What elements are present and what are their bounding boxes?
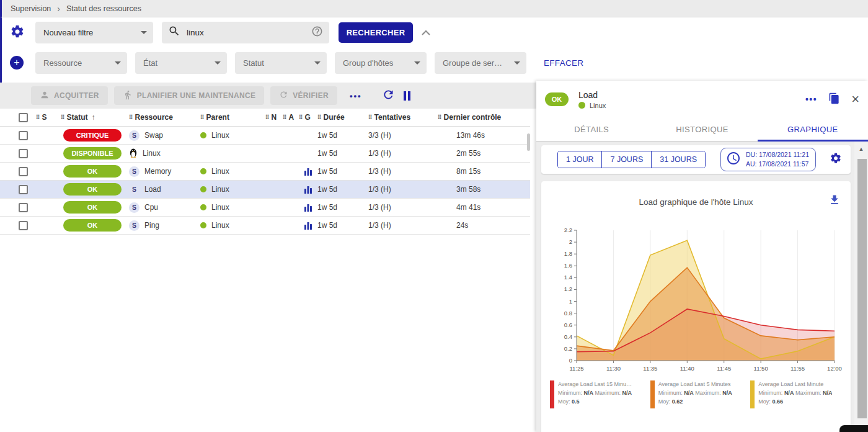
status-badge[interactable]: OK	[63, 165, 122, 178]
legend-item[interactable]: Average Load Last 15 Minu… Minimum: N/A …	[550, 380, 644, 408]
parent-name[interactable]: Linux	[211, 131, 229, 140]
row-checkbox[interactable]	[19, 203, 28, 212]
filter-criteria-select[interactable]: Ressource	[35, 52, 127, 74]
table-row[interactable]: DISPONIBLE S Linux 1w 5d 1/3 (H) 2m 55s	[0, 145, 530, 163]
status-badge[interactable]: OK	[63, 183, 122, 196]
search-button[interactable]: RECHERCHER	[339, 22, 413, 43]
time-range-buttons: 1 JOUR 7 JOURS 31 JOURS	[557, 151, 706, 168]
custom-date-range[interactable]: DU: 17/08/2021 11:21 AU: 17/08/2021 11:5…	[720, 148, 816, 171]
bar-chart-icon[interactable]	[299, 185, 317, 194]
time-7-days-button[interactable]: 7 JOURS	[602, 151, 652, 168]
bar-chart-icon[interactable]	[299, 167, 317, 176]
legend-item[interactable]: Average Load Last Minute Minimum: N/A Ma…	[750, 380, 844, 408]
row-checkbox[interactable]	[19, 185, 28, 194]
resource-name[interactable]: Ping	[144, 221, 159, 230]
bar-chart-icon[interactable]	[299, 203, 317, 212]
tab-details[interactable]: DÉTAILS	[536, 118, 647, 141]
breadcrumb-item-supervision[interactable]: Supervision	[11, 4, 51, 13]
search-input[interactable]	[187, 28, 311, 37]
collapse-filters-button[interactable]	[422, 27, 430, 38]
select-all-checkbox[interactable]	[19, 113, 28, 122]
table-row[interactable]: OK S Cpu Linux 1w 5d 1/3 (H) 4m 41s	[0, 199, 530, 217]
column-header-status[interactable]: ⠿Statut↑	[61, 113, 129, 122]
row-checkbox[interactable]	[19, 221, 28, 230]
clear-filters-button[interactable]: EFFACER	[544, 58, 583, 68]
column-header-parent[interactable]: ⠿Parent	[200, 113, 265, 122]
drag-handle-icon: ⠿	[61, 114, 64, 120]
help-icon[interactable]	[311, 25, 323, 40]
column-header-duration[interactable]: ⠿Durée	[317, 113, 368, 122]
column-header-notes[interactable]: ⠿N	[265, 113, 283, 122]
resource-name[interactable]: Cpu	[144, 203, 158, 212]
filter-criteria-select[interactable]: Statut	[235, 52, 327, 74]
column-header-tries[interactable]: ⠿Tentatives	[368, 113, 438, 122]
filter-settings-button[interactable]	[10, 24, 25, 41]
panel-more-button[interactable]: •••	[805, 94, 817, 104]
table-row[interactable]: CRITIQUE S Swap Linux 1w 5d 3/3 (H) 13m …	[0, 127, 530, 145]
add-criteria-button[interactable]: +	[10, 56, 24, 70]
last-check-value: 8m 15s	[438, 167, 525, 176]
parent-name[interactable]: Linux	[211, 185, 229, 194]
resource-name[interactable]: Load	[144, 185, 161, 194]
status-badge[interactable]: OK	[63, 201, 122, 214]
load-area-chart[interactable]: 00.20.40.60.811.21.41.61.822.211:2511:30…	[549, 223, 843, 379]
table-row[interactable]: OK S Ping Linux 1w 5d 1/3 (H) 24s	[0, 217, 530, 235]
chevron-down-icon	[115, 61, 121, 65]
legend-item[interactable]: Average Load Last 5 Minutes Minimum: N/A…	[650, 380, 745, 408]
graph-settings-gear-icon[interactable]	[830, 152, 842, 167]
check-label: VÉRIFIER	[293, 91, 329, 100]
parent-name[interactable]: Linux	[211, 203, 229, 212]
panel-host-name[interactable]: Linux	[590, 102, 606, 109]
filter-criteria-select[interactable]: Group d'hôtes	[335, 52, 427, 74]
scroll-up-arrow-icon[interactable]: ▲	[854, 142, 868, 152]
row-checkbox[interactable]	[19, 149, 28, 158]
table-scrollbar-thumb[interactable]	[527, 133, 530, 151]
close-icon[interactable]: ×	[851, 94, 859, 105]
download-icon[interactable]	[828, 194, 841, 209]
column-header-ack[interactable]: ⠿A	[283, 113, 299, 122]
resource-name[interactable]: Linux	[143, 149, 161, 158]
filter-criteria-select[interactable]: Groupe de ser…	[435, 52, 526, 74]
column-header-resource[interactable]: ⠿Ressource	[129, 113, 200, 122]
time-1-day-button[interactable]: 1 JOUR	[558, 151, 602, 168]
parent-name[interactable]: Linux	[211, 167, 229, 176]
panel-content: 1 JOUR 7 JOURS 31 JOURS DU: 17/08/2021 1…	[536, 142, 868, 432]
panel-scrollbar[interactable]: ▲	[854, 142, 868, 432]
saved-filter-select[interactable]: Nouveau filtre	[35, 22, 153, 43]
table-row[interactable]: OK S Memory Linux 1w 5d 1/3 (H) 8m 15s	[0, 163, 530, 181]
status-badge[interactable]: DISPONIBLE	[63, 147, 122, 160]
resource-name[interactable]: Swap	[144, 131, 163, 140]
acknowledge-button[interactable]: ACQUITTER	[31, 86, 108, 105]
host-up-dot-icon	[200, 204, 206, 210]
panel-scrollbar-thumb[interactable]	[857, 159, 867, 418]
check-button[interactable]: VÉRIFIER	[270, 86, 337, 105]
refresh-icon[interactable]	[382, 88, 395, 104]
status-badge[interactable]: CRITIQUE	[63, 129, 122, 142]
column-header-last-check[interactable]: ⠿Dernier contrôle	[438, 113, 525, 122]
breadcrumb-item-resource-status[interactable]: Statut des ressources	[66, 4, 141, 13]
column-header-severity[interactable]: ⠿S	[36, 113, 61, 122]
gear-icon	[10, 24, 25, 41]
resources-status-page: Supervision › Statut des ressources Nouv…	[0, 0, 868, 432]
bar-chart-icon[interactable]	[299, 221, 317, 230]
tab-history[interactable]: HISTORIQUE	[647, 118, 757, 141]
parent-name[interactable]: Linux	[211, 221, 229, 230]
column-header-graph[interactable]: ⠿G	[299, 113, 317, 122]
svg-text:1.6: 1.6	[564, 262, 572, 269]
tab-graph[interactable]: GRAPHIQUE	[758, 118, 868, 141]
more-actions-button[interactable]: •••	[350, 91, 362, 101]
pause-icon[interactable]	[404, 91, 410, 101]
resource-name[interactable]: Memory	[144, 167, 171, 176]
duration-value: 1w 5d	[317, 203, 368, 212]
filter-criteria-select[interactable]: État	[135, 52, 227, 74]
table-row[interactable]: OK S Load Linux 1w 5d 1/3 (H) 3m 58s	[0, 181, 530, 199]
table-header-row: ⠿S ⠿Statut↑ ⠿Ressource ⠿Parent ⠿N ⠿A ⠿G …	[0, 109, 530, 127]
filter-area: Nouveau filtre RECHERCHER + RessourceÉta…	[0, 17, 868, 83]
status-badge[interactable]: OK	[63, 219, 122, 232]
time-31-days-button[interactable]: 31 JOURS	[652, 151, 705, 168]
plan-maintenance-button[interactable]: PLANIFIER UNE MAINTENANCE	[114, 86, 265, 105]
row-checkbox[interactable]	[19, 131, 28, 140]
svg-text:1.8: 1.8	[564, 250, 572, 257]
row-checkbox[interactable]	[19, 167, 28, 176]
copy-icon[interactable]	[828, 92, 840, 107]
